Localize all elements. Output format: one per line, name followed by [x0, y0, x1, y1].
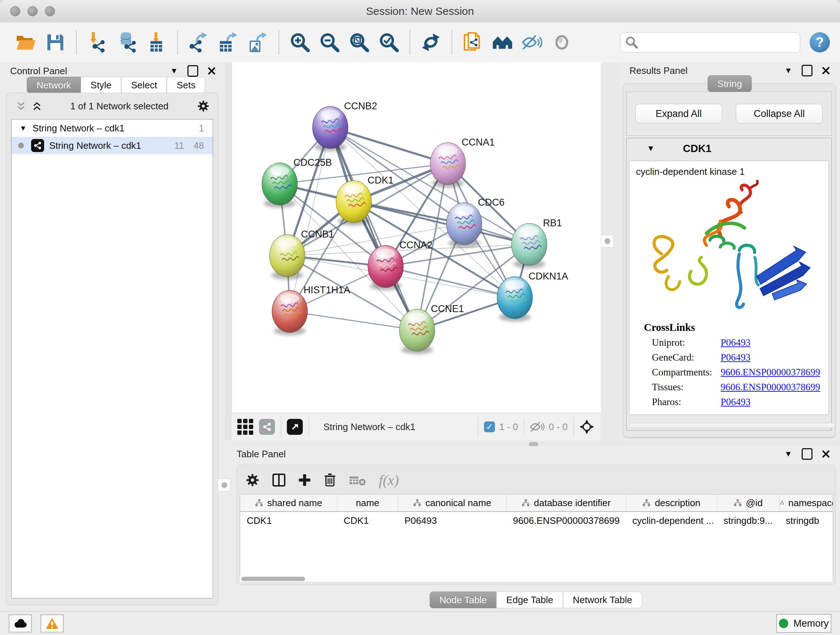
column-header-name[interactable]: name	[337, 494, 398, 511]
crosslink-tissues-link[interactable]: 9606.ENSP00000378699	[721, 382, 820, 393]
float-panel-button[interactable]	[187, 65, 198, 77]
float-panel-button[interactable]	[802, 448, 813, 460]
close-panel-button[interactable]	[822, 67, 830, 74]
collapse-triangle-icon[interactable]: ▼	[19, 124, 27, 133]
search-input[interactable]	[641, 32, 800, 52]
network-canvas[interactable]: CCNB2CCNA1CDC25BCDK1CDC6RB1CCNB1CCNA2CDK…	[232, 62, 601, 413]
column-header-description[interactable]: description	[626, 494, 717, 511]
string-import-button[interactable]	[462, 32, 484, 53]
network-node[interactable]	[262, 163, 297, 208]
network-share-icon[interactable]	[259, 419, 275, 435]
network-collection-row[interactable]: ▼ String Network – cdk1 1	[11, 119, 213, 137]
tab-style[interactable]: Style	[81, 77, 121, 93]
show-columns-icon[interactable]	[272, 473, 286, 486]
network-node[interactable]	[336, 181, 371, 226]
float-panel-button[interactable]	[802, 65, 813, 76]
hidden-eye-slash-icon[interactable]	[530, 422, 545, 432]
cloud-status-button[interactable]	[9, 614, 32, 632]
panel-menu-button[interactable]: ▼	[784, 67, 792, 74]
column-header-canonical-name[interactable]: canonical name	[398, 494, 507, 511]
cell-canonical-name[interactable]: P06493	[398, 511, 507, 529]
close-panel-button[interactable]	[208, 67, 216, 75]
warnings-button[interactable]	[41, 614, 64, 632]
zoom-fit-button[interactable]	[348, 32, 370, 53]
crosslink-uniprot-link[interactable]: P06493	[721, 337, 751, 348]
collapse-triangle-icon[interactable]: ▼	[647, 144, 655, 153]
left-splitter-grabber[interactable]	[218, 478, 231, 492]
network-node[interactable]	[512, 223, 547, 268]
birdseye-crosshair-icon[interactable]	[579, 420, 594, 434]
network-node[interactable]	[447, 203, 482, 248]
tab-node-table[interactable]: Node Table	[430, 592, 497, 608]
export-table-button[interactable]	[218, 32, 239, 53]
column-header-id[interactable]: @id	[717, 494, 779, 511]
zoom-in-button[interactable]	[289, 32, 311, 53]
tab-string[interactable]: String	[707, 75, 752, 92]
cell-id[interactable]: stringdb:9...	[717, 511, 779, 529]
tab-select[interactable]: Select	[121, 77, 167, 93]
delete-column-trash-icon[interactable]	[324, 473, 336, 487]
network-node[interactable]	[497, 277, 532, 321]
tab-network-table[interactable]: Network Table	[563, 592, 642, 608]
network-edge[interactable]	[330, 127, 448, 164]
network-node[interactable]	[430, 143, 466, 187]
table-horizontal-scrollbar[interactable]	[240, 576, 832, 582]
add-column-icon[interactable]	[298, 474, 311, 486]
import-network-from-database-button[interactable]	[116, 32, 138, 53]
crosslink-genecard-link[interactable]: P06493	[721, 352, 751, 363]
right-splitter[interactable]	[600, 62, 621, 440]
zoom-selected-button[interactable]	[378, 32, 400, 53]
scrollbar-thumb[interactable]	[241, 577, 305, 581]
grid-view-icon[interactable]	[237, 419, 253, 435]
tab-network[interactable]: Network	[27, 77, 81, 93]
collapse-all-button[interactable]: Collapse All	[736, 104, 823, 124]
network-options-gear-icon[interactable]	[197, 100, 210, 112]
network-node[interactable]	[313, 106, 348, 151]
help-button[interactable]: ?	[810, 32, 830, 52]
apply-layout-button[interactable]	[420, 32, 442, 53]
open-session-button[interactable]	[15, 32, 36, 53]
column-header-shared-name[interactable]: shared name	[240, 494, 337, 511]
network-edge[interactable]	[290, 311, 417, 330]
string-home-button[interactable]	[492, 32, 513, 53]
collapse-all-icon[interactable]	[16, 101, 26, 111]
cell-description[interactable]: cyclin-dependent ...	[626, 511, 717, 529]
import-table-button[interactable]	[146, 32, 167, 53]
selected-checkbox-icon[interactable]: ✓	[484, 421, 495, 432]
memory-button[interactable]: Memory	[776, 614, 831, 633]
table-options-gear-icon[interactable]	[246, 473, 259, 487]
network-row[interactable]: String Network – cdk1 11 48	[11, 137, 213, 154]
cell-shared-name[interactable]: CDK1	[240, 511, 337, 529]
export-image-button[interactable]	[247, 32, 269, 53]
toolbar-search-field[interactable]	[620, 32, 800, 52]
close-panel-button[interactable]	[822, 450, 830, 458]
expand-all-icon[interactable]	[32, 101, 42, 111]
panel-menu-button[interactable]: ▼	[170, 67, 178, 75]
network-node[interactable]	[270, 234, 305, 279]
tab-edge-table[interactable]: Edge Table	[497, 592, 563, 608]
panel-menu-button[interactable]: ▼	[784, 450, 792, 458]
network-node[interactable]	[399, 309, 435, 354]
column-header-database-identifier[interactable]: database identifier	[507, 494, 626, 511]
table-row[interactable]: CDK1 CDK1 P06493 9606.ENSP00000378699 cy…	[240, 511, 833, 529]
network-node[interactable]	[272, 290, 308, 335]
network-view[interactable]: CCNB2CCNA1CDC25BCDK1CDC6RB1CCNB1CCNA2CDK…	[232, 62, 601, 413]
results-scrollbar-track[interactable]	[630, 423, 835, 428]
cell-name[interactable]: CDK1	[337, 511, 398, 529]
expand-all-button[interactable]: Expand All	[635, 104, 722, 124]
cell-namespace[interactable]: stringdb	[779, 511, 833, 529]
column-header-namespace[interactable]: namespace	[779, 494, 833, 511]
crosslink-pharos-link[interactable]: P06493	[721, 396, 751, 408]
node-table[interactable]: shared name name canonical name database…	[240, 494, 833, 579]
hide-glass-button[interactable]	[521, 32, 543, 53]
cell-database-identifier[interactable]: 9606.ENSP00000378699	[507, 511, 626, 529]
detach-view-button[interactable]	[287, 419, 303, 435]
zoom-out-button[interactable]	[319, 32, 340, 53]
crosslink-compartments-link[interactable]: 9606.ENSP00000378699	[721, 367, 820, 378]
tab-sets[interactable]: Sets	[167, 77, 205, 93]
right-splitter-grabber[interactable]	[601, 234, 614, 248]
export-network-button[interactable]	[188, 32, 210, 53]
import-network-button[interactable]	[87, 32, 108, 53]
show-glass-button[interactable]	[551, 32, 573, 53]
save-session-button[interactable]	[44, 32, 66, 53]
